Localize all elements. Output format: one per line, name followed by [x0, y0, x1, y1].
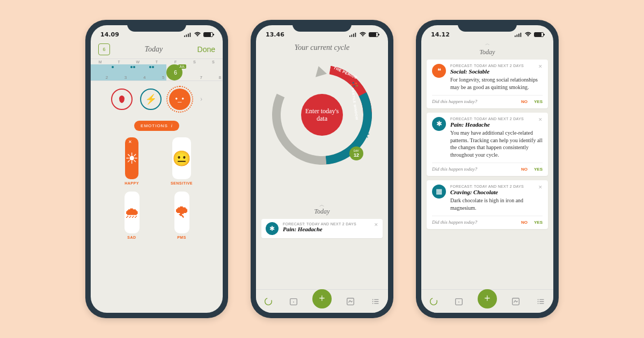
yes-button[interactable]: YES	[534, 99, 543, 104]
svg-point-30	[372, 303, 373, 304]
chevron-up-icon[interactable]: ︿	[427, 40, 548, 47]
tab-cycle[interactable]	[262, 296, 274, 307]
weekday-label: T	[118, 60, 120, 64]
forecast-card-pain[interactable]: ✱ FORECAST: TODAY AND NEXT 2 DAYS Pain: …	[427, 113, 548, 176]
emotion-pms-card[interactable]: 🌪	[174, 192, 189, 233]
status-icons	[349, 32, 378, 37]
sun-icon: ☀	[125, 150, 138, 167]
forecast-card-social[interactable]: ❝ FORECAST: TODAY AND NEXT 2 DAYS Social…	[427, 60, 548, 108]
emotion-sensitive-card[interactable]: 😐	[172, 137, 191, 179]
phone-right: 14.12 ︿ Today ❝ FORECAST: TODAY AND NEXT…	[416, 20, 559, 318]
svg-rect-34	[521, 33, 522, 37]
forecast-card[interactable]: ✱ FORECAST: TODAY AND NEXT 2 DAYS Pain: …	[261, 219, 383, 238]
yes-button[interactable]: YES	[534, 220, 543, 225]
svg-point-23	[293, 302, 294, 303]
svg-point-19	[354, 85, 355, 87]
chevron-right-icon[interactable]: ›	[200, 95, 203, 104]
tornado-icon: 🌪	[174, 204, 189, 222]
month-tag: JUL	[178, 64, 186, 69]
forecast-sub: FORECAST: TODAY AND NEXT 2 DAYS	[450, 185, 543, 188]
wifi-icon	[524, 32, 532, 37]
page-title: Today	[144, 45, 163, 54]
close-icon[interactable]: ✕	[538, 64, 543, 69]
no-button[interactable]: NO	[521, 99, 528, 104]
close-icon[interactable]: ✕	[538, 185, 543, 190]
emotion-sad-card[interactable]: 🌧	[125, 192, 140, 233]
weekday-label: S	[212, 60, 215, 64]
tab-analysis[interactable]	[345, 296, 356, 307]
card-label: PMS	[177, 236, 186, 239]
tab-list[interactable]	[535, 296, 547, 307]
question-label: Did this happen today?	[432, 99, 477, 104]
svg-point-37	[458, 302, 459, 303]
forecast-title: Social: Sociable	[450, 68, 543, 75]
burst-icon: ✱	[266, 222, 279, 235]
svg-point-42	[537, 299, 538, 300]
forecast-body: Dark chocolate is high in iron and magne…	[450, 197, 543, 211]
tab-bar: +	[256, 289, 388, 313]
cycle-ring[interactable]: THE PERIOD FERTILE WINDOW Enter today's …	[266, 58, 378, 171]
week-strip[interactable]: M2 T3 W4 T5 FJUL6 S7 S8	[91, 58, 223, 81]
signal-icon	[349, 32, 357, 37]
forecast-card-craving[interactable]: ▦ FORECAST: TODAY AND NEXT 2 DAYS Cravin…	[427, 180, 548, 229]
status-time: 14.12	[431, 31, 450, 38]
svg-point-18	[355, 83, 357, 84]
add-button[interactable]: +	[478, 289, 497, 308]
forecast-sub: FORECAST: TODAY AND NEXT 2 DAYS	[450, 117, 543, 121]
close-icon[interactable]: ✕	[128, 139, 132, 144]
chat-icon: ❝	[432, 64, 446, 78]
close-icon[interactable]: ✕	[374, 222, 378, 227]
face-icon: •_•	[175, 95, 184, 104]
phone-center: 13.46 Your current cycle THE PERIOD FERT…	[251, 20, 393, 318]
card-label: SENSITIVE	[171, 181, 193, 185]
calendar-button[interactable]: 6	[98, 43, 110, 55]
svg-point-20	[356, 85, 358, 86]
svg-rect-0	[184, 35, 185, 37]
battery-icon	[534, 32, 544, 37]
svg-line-12	[361, 131, 363, 133]
svg-line-13	[366, 136, 368, 138]
grid-icon: ▦	[432, 185, 446, 199]
day-num: 8	[219, 75, 221, 80]
period-category-button[interactable]	[111, 89, 133, 110]
phone-left: 14.09 6 Today Done M2 T3 W4 T5 FJUL6 S7 …	[85, 20, 228, 318]
screen-forecast: 14.12 ︿ Today ❝ FORECAST: TODAY AND NEXT…	[421, 25, 553, 313]
yes-button[interactable]: YES	[534, 167, 543, 172]
day-num: 7	[200, 75, 202, 80]
weekday-label: S	[193, 60, 196, 64]
tab-calendar[interactable]	[453, 296, 465, 307]
no-button[interactable]: NO	[521, 220, 528, 225]
tab-calendar[interactable]	[288, 296, 299, 307]
svg-point-17	[353, 82, 354, 84]
tab-cycle[interactable]	[428, 296, 440, 307]
status-time: 13.46	[266, 31, 284, 38]
status-icons	[515, 32, 544, 37]
done-button[interactable]: Done	[197, 45, 215, 54]
emotion-happy-card[interactable]: ✕☀	[125, 137, 138, 179]
svg-rect-2	[188, 33, 189, 36]
status-time: 14.09	[100, 31, 119, 38]
forecast-title: Pain: Headache	[283, 226, 356, 232]
today-label: Today	[427, 47, 548, 60]
forecast-sub: FORECAST: TODAY AND NEXT 2 DAYS	[283, 222, 356, 226]
burst-icon	[360, 129, 369, 139]
svg-point-44	[537, 303, 538, 304]
enter-data-button[interactable]: Enter today's data	[301, 94, 343, 136]
question-label: Did this happen today?	[432, 166, 477, 172]
pain-category-button[interactable]: ⚡	[140, 89, 162, 110]
tab-analysis[interactable]	[510, 296, 522, 307]
svg-rect-1	[186, 34, 187, 36]
no-button[interactable]: NO	[521, 167, 528, 172]
close-icon[interactable]: ✕	[538, 117, 543, 122]
tab-list[interactable]	[370, 296, 382, 307]
emotion-category-button[interactable]: •_•	[169, 89, 191, 110]
svg-rect-7	[355, 33, 356, 37]
wifi-icon	[359, 32, 367, 37]
battery-icon	[203, 32, 213, 37]
today-label: Today	[256, 208, 388, 216]
svg-rect-4	[349, 35, 350, 37]
add-button[interactable]: +	[312, 289, 332, 308]
svg-line-14	[361, 136, 363, 138]
drop-icon	[119, 95, 125, 103]
emotions-pill[interactable]: EMOTIONS i	[134, 121, 179, 131]
